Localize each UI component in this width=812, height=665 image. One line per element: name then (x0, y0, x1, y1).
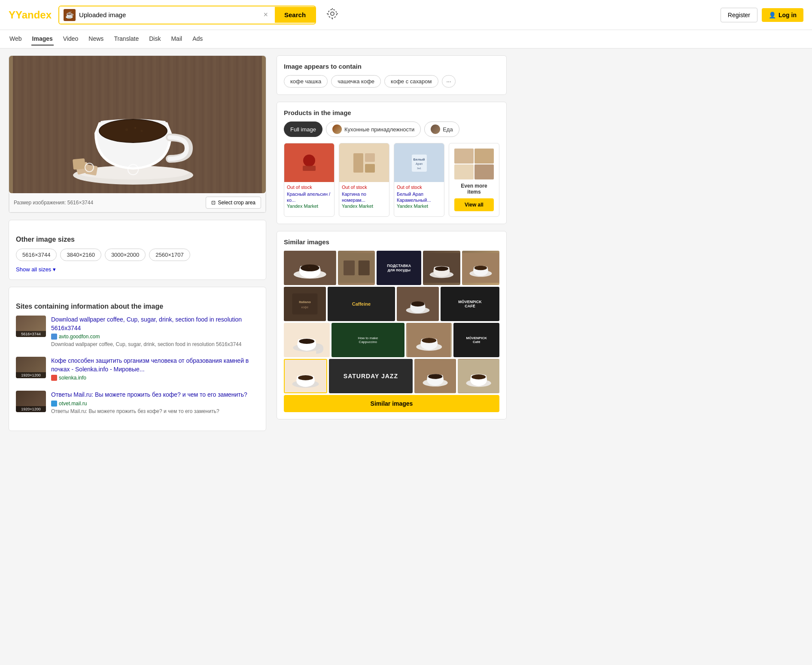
similar-img-11[interactable]: How to makeCappuccino (331, 323, 404, 357)
login-button[interactable]: 👤 Log in (762, 8, 803, 22)
show-all-sizes-link[interactable]: Show all sizes ▾ (16, 266, 259, 273)
tag-3[interactable]: кофе с сахаром (384, 75, 438, 88)
similar-img-12[interactable] (406, 323, 452, 357)
svg-rect-25 (303, 166, 316, 171)
image-preview (9, 56, 266, 193)
svg-point-14 (100, 120, 167, 142)
svg-text:3в1: 3в1 (417, 167, 422, 170)
crop-icon: ⊡ (211, 200, 216, 206)
nav-news[interactable]: News (88, 33, 104, 46)
favicon-3 (51, 401, 57, 407)
nav-ads[interactable]: Ads (192, 33, 204, 46)
nav-video[interactable]: Video (62, 33, 79, 46)
nav-translate[interactable]: Translate (113, 33, 140, 46)
svg-point-15 (125, 128, 128, 131)
tag-1[interactable]: кофе чашка (284, 75, 328, 88)
view-all-button[interactable]: View all (454, 198, 494, 211)
register-button[interactable]: Register (721, 8, 757, 22)
product-card-2[interactable]: Out of stock Картина по номерам... Yande… (339, 143, 389, 217)
product-store-1: Yandex Market (287, 203, 331, 209)
image-dimensions: Размер изображения: 5616×3744 (14, 200, 93, 206)
tag-list: кофе чашка чашечка кофе кофе с сахаром ·… (284, 75, 499, 88)
svg-point-17 (141, 130, 143, 132)
product-store-3: Yandex Market (397, 203, 441, 209)
even-more-thumbs (454, 149, 494, 179)
even-more-label: Even more items (454, 183, 494, 195)
product-img-3: Белый Арап 3в1 (394, 143, 444, 182)
similar-row-1: ПОДСТАВКАдля посуды (284, 251, 499, 285)
product-tab-kitchen[interactable]: Кухонные принадлежности (326, 121, 421, 137)
similar-images-button[interactable]: Similar images (284, 395, 499, 412)
site-link-3[interactable]: Ответы Mail.ru: Вы можете прожить без ко… (51, 391, 247, 398)
products-section: Products in the image Full image Кухонны… (277, 102, 507, 224)
out-of-stock-3: Out of stock (397, 185, 441, 190)
nav-disk[interactable]: Disk (148, 33, 161, 46)
size-tag-1[interactable]: 5616×3744 (16, 249, 57, 261)
product-card-1[interactable]: Out of stock Красный апельсин / ко... Ya… (284, 143, 335, 217)
size-tag-4[interactable]: 2560×1707 (149, 249, 190, 261)
similar-img-15[interactable]: SATURDAY JAZZ (329, 359, 412, 393)
out-of-stock-2: Out of stock (342, 185, 386, 190)
product-tab-full[interactable]: Full image (284, 121, 322, 137)
similar-img-13[interactable]: MÖVENPICKCafé (453, 323, 499, 357)
main-content: Размер изображения: 5616×3744 ⊡ Select c… (0, 49, 515, 445)
similar-img-8[interactable] (397, 287, 439, 321)
tag-2[interactable]: чашечка кофе (331, 75, 381, 88)
search-button[interactable]: Search (275, 7, 315, 23)
site-info-1: Download wallpaper coffee, Cup, sugar, d… (51, 316, 259, 348)
select-crop-button[interactable]: ⊡ Select crop area (206, 197, 261, 209)
thumb-label-1: 5616×3744 (16, 331, 46, 337)
svg-point-63 (298, 375, 313, 380)
similar-img-14[interactable] (284, 359, 327, 393)
site-domain-2: solenka.info (51, 375, 259, 381)
svg-text:Белый: Белый (413, 158, 425, 161)
search-input[interactable] (79, 11, 257, 18)
other-sizes-title: Other image sizes (16, 236, 259, 243)
size-tag-2[interactable]: 3840×2160 (60, 249, 101, 261)
similar-img-10[interactable] (284, 323, 330, 357)
site-domain-3: otvet.mail.ru (51, 401, 259, 407)
site-info-3: Ответы Mail.ru: Вы можете прожить без ко… (51, 391, 259, 415)
even-more-content: Even more items View all (449, 143, 499, 216)
similar-img-6[interactable]: Italiano кофе (284, 287, 326, 321)
user-icon: 👤 (769, 12, 776, 18)
tag-more[interactable]: ··· (442, 75, 456, 88)
similar-img-3[interactable]: ПОДСТАВКАдля посуды (377, 251, 421, 285)
similar-img-17[interactable] (458, 359, 499, 393)
site-link-2[interactable]: Кофе способен защитить организм человека… (51, 357, 249, 373)
product-info-1: Out of stock Красный апельсин / ко... Ya… (284, 182, 334, 211)
svg-point-57 (299, 339, 314, 344)
similar-img-4[interactable] (423, 251, 460, 285)
product-info-2: Out of stock Картина по номерам... Yande… (339, 182, 389, 211)
similar-img-16[interactable] (414, 359, 456, 393)
similar-img-2[interactable] (338, 251, 375, 285)
svg-rect-27 (353, 153, 363, 173)
sites-section-title: Sites containing information about the i… (16, 303, 259, 310)
svg-rect-20 (85, 164, 97, 176)
svg-rect-40 (344, 261, 355, 276)
product-store-2: Yandex Market (342, 203, 386, 209)
size-tags-list: 5616×3744 3840×2160 3000×2000 2560×1707 (16, 249, 259, 261)
search-input-wrap: ☕ × (59, 6, 275, 24)
svg-point-47 (474, 266, 487, 270)
similar-img-9[interactable]: MÖVENPICKCAFÉ (441, 287, 499, 321)
svg-point-54 (411, 301, 424, 307)
similar-row-4: SATURDAY JAZZ (284, 359, 499, 393)
site-link-1[interactable]: Download wallpaper coffee, Cup, sugar, d… (51, 316, 242, 331)
sites-section: Sites containing information about the i… (9, 287, 266, 431)
nav-mail[interactable]: Mail (170, 33, 183, 46)
size-tag-3[interactable]: 3000×2000 (105, 249, 146, 261)
clear-button[interactable]: × (261, 10, 271, 19)
camera-search-button[interactable] (323, 4, 342, 25)
nav-images[interactable]: Images (31, 33, 54, 46)
similar-img-1[interactable] (284, 251, 336, 285)
product-card-3[interactable]: Белый Арап 3в1 Out of stock Белый Арап К… (394, 143, 444, 217)
even-more-card[interactable]: Even more items View all (449, 143, 499, 217)
similar-img-5[interactable] (462, 251, 499, 285)
similar-img-7[interactable]: Caffeine (328, 287, 395, 321)
site-thumb-1: 5616×3744 (16, 316, 46, 337)
product-tab-food[interactable]: Еда (424, 121, 459, 137)
svg-point-69 (471, 374, 486, 380)
svg-rect-28 (365, 153, 375, 162)
nav-web[interactable]: Web (9, 33, 23, 46)
